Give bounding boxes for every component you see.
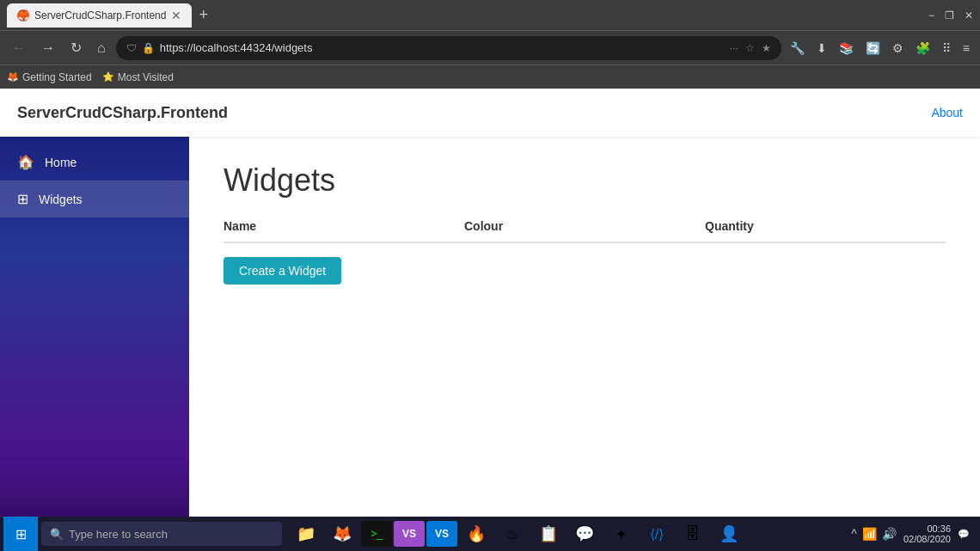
sync-icon[interactable]: 🔄 [862,38,884,58]
taskbar-app-flame[interactable]: 🔥 [459,517,493,551]
taskbar-app-steam[interactable]: ♨ [495,517,530,551]
taskbar-apps: 📁 🦊 >_ VS VS 🔥 ♨ 📋 💬 ✦ ⟨/⟩ 🗄 👤 [289,517,746,551]
widgets-icon: ⊞ [17,191,28,207]
lock-icon: 🔒 [142,42,155,54]
plugins-icon[interactable]: 🧩 [912,38,934,58]
browser-tab[interactable]: 🦊 ServerCrudCSharp.Frontend ✕ [7,3,192,28]
taskbar-search-placeholder: Type here to search [69,528,168,541]
page-title: Widgets [224,162,946,199]
taskbar-app-file-explorer[interactable]: 📁 [289,517,323,551]
tab-favicon: 🦊 [17,9,29,21]
create-widget-button[interactable]: Create a Widget [224,257,341,285]
taskbar-app-clipboard[interactable]: 📋 [531,517,566,551]
bookmark-getting-started[interactable]: 🦊 Getting Started [7,71,92,83]
taskbar-app-terminal[interactable]: >_ [361,521,392,547]
library-icon[interactable]: 📚 [836,38,857,58]
settings-icon[interactable]: ⚙ [889,38,907,58]
taskbar-app-vscode[interactable]: ⟨/⟩ [640,517,674,551]
browser-window: 🦊 ServerCrudCSharp.Frontend ✕ + − ❐ ✕ ← … [0,0,980,551]
taskbar: ⊞ 🔍 Type here to search 📁 🦊 >_ VS VS 🔥 ♨… [0,517,980,551]
maximize-button[interactable]: ❐ [945,9,954,21]
tab-title: ServerCrudCSharp.Frontend [34,9,166,21]
new-tab-button[interactable]: + [192,6,215,24]
sidebar-item-widgets[interactable]: ⊞ Widgets [0,181,189,217]
taskbar-app-firefox[interactable]: 🦊 [325,517,359,551]
taskbar-app-vs-purple[interactable]: VS [394,521,425,547]
about-link[interactable]: About [931,106,963,119]
taskbar-app-sql[interactable]: 🗄 [676,517,710,551]
title-bar: 🦊 ServerCrudCSharp.Frontend ✕ + − ❐ ✕ [0,0,980,30]
download-icon[interactable]: ⬇ [813,38,830,58]
volume-icon[interactable]: 🔊 [882,527,897,541]
start-icon: ⊞ [15,526,27,542]
minimize-button[interactable]: − [928,9,934,21]
bookmarks-bar: 🦊 Getting Started ⭐ Most Visited [0,64,980,89]
more-icon[interactable]: ··· [730,42,738,54]
sidebar-item-home[interactable]: 🏠 Home [0,144,189,181]
bookmark-favicon-1: 🦊 [7,71,19,83]
shield-icon: 🛡 [126,42,137,54]
home-icon: 🏠 [17,154,34,170]
taskbar-app-vs-blue[interactable]: VS [426,521,457,547]
sidebar-item-home-label: Home [45,156,77,169]
home-button[interactable]: ⌂ [92,37,111,59]
pocket-icon[interactable]: ☆ [745,42,755,54]
taskbar-search[interactable]: 🔍 Type here to search [41,522,282,546]
reload-button[interactable]: ↻ [65,36,87,59]
sidebar-item-widgets-label: Widgets [39,193,83,206]
content-area: 🏠 Home ⊞ Widgets Widgets Name Colour Qua… [0,137,980,534]
taskbar-right: ^ 📶 🔊 00:36 02/08/2020 💬 [851,523,977,544]
forward-button[interactable]: → [36,37,60,59]
bookmark-label-2: Most Visited [118,71,174,83]
widgets-table: Name Colour Quantity Create a Widget [224,219,946,285]
clock-time: 00:36 [903,523,951,534]
tools-icon[interactable]: 🔧 [787,38,808,58]
column-colour: Colour [464,219,705,233]
app-header: ServerCrudCSharp.Frontend About [0,89,980,137]
sidebar: 🏠 Home ⊞ Widgets [0,137,189,534]
taskbar-app-whatsapp[interactable]: 💬 [567,517,602,551]
taskbar-app-agent[interactable]: 👤 [712,517,746,551]
app-nav-right: About [931,105,963,120]
expand-icon[interactable]: ^ [851,527,857,541]
navigation-bar: ← → ↻ ⌂ 🛡 🔒 https://localhost:44324/widg… [0,30,980,64]
network-icon: 📶 [862,527,877,541]
url-bar[interactable]: 🛡 🔒 https://localhost:44324/widgets ··· … [116,36,781,60]
tab-close-button[interactable]: ✕ [171,9,181,22]
nav-right-icons: 🔧 ⬇ 📚 🔄 ⚙ 🧩 ⠿ ≡ [787,38,973,58]
main-content: Widgets Name Colour Quantity Create a Wi… [189,137,980,534]
notification-icon[interactable]: 💬 [958,529,970,540]
back-button[interactable]: ← [7,37,31,59]
taskbar-clock: 00:36 02/08/2020 [903,523,951,544]
bookmark-favicon-2: ⭐ [102,71,114,83]
grid-icon[interactable]: ⠿ [939,38,954,58]
start-button[interactable]: ⊞ [3,517,38,551]
bookmark-icon[interactable]: ★ [762,42,771,54]
close-button[interactable]: ✕ [965,9,973,21]
column-name: Name [224,219,464,233]
taskbar-sys-icons: ^ 📶 🔊 [851,527,897,541]
url-text: https://localhost:44324/widgets [160,41,725,54]
bookmark-most-visited[interactable]: ⭐ Most Visited [102,71,174,83]
column-quantity: Quantity [705,219,946,233]
app-brand: ServerCrudCSharp.Frontend [17,104,228,122]
taskbar-app-slack[interactable]: ✦ [603,517,638,551]
clock-date: 02/08/2020 [903,534,951,544]
window-controls: − ❐ ✕ [928,9,973,21]
bookmark-label-1: Getting Started [22,71,92,83]
url-bar-actions: ··· ☆ ★ [730,42,771,54]
menu-icon[interactable]: ≡ [959,38,973,58]
table-header: Name Colour Quantity [224,219,946,243]
taskbar-search-icon: 🔍 [50,528,64,541]
